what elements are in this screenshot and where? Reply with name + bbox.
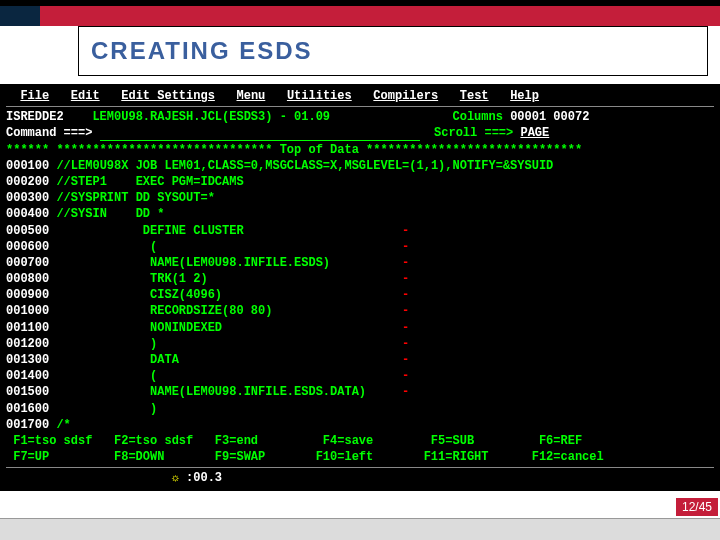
fkey-row-1: F1=tso sdsf F2=tso sdsf F3=end F4=save F… [6,433,714,449]
command-line: Command ===> Scroll ===> PAGE [6,125,714,141]
code-line[interactable]: 001200 ) - [6,336,714,352]
continuation-dash: - [402,353,409,367]
line-text: NAME(LEM0U98.INFILE.ESDS.DATA) [56,385,366,399]
line-number: 001100 [6,321,56,335]
menu-utilities[interactable]: Utilities [287,89,352,103]
continuation-dash: - [402,321,409,335]
command-input[interactable] [100,126,420,141]
line-text: /* [56,418,70,432]
columns-value: 00001 00072 [510,110,589,124]
slide-title-area: CREATING ESDS [78,26,708,76]
code-line[interactable]: 000300 //SYSPRINT DD SYSOUT=* [6,190,714,206]
code-line[interactable]: 000400 //SYSIN DD * [6,206,714,222]
code-line[interactable]: 000800 TRK(1 2) - [6,271,714,287]
line-text: ( [56,240,157,254]
tray-bar [0,518,720,540]
fkey-row-2: F7=UP F8=DOWN F9=SWAP F10=left F11=RIGHT… [6,449,714,465]
command-label: Command ===> [6,126,92,140]
line-text: NAME(LEM0U98.INFILE.ESDS) [56,256,330,270]
continuation-dash: - [402,256,409,270]
bulb-icon: ☼ [172,471,179,485]
menu-edit[interactable]: Edit [71,89,100,103]
line-text: NONINDEXED [56,321,222,335]
line-number: 000200 [6,175,56,189]
line-number: 001600 [6,402,56,416]
editor-body[interactable]: 000100 //LEM0U98X JOB LEM01,CLASS=0,MSGC… [6,158,714,433]
code-line[interactable]: 001400 ( - [6,368,714,384]
line-number: 000800 [6,272,56,286]
dataset-name: LEM0U98.RAJESH.JCL(ESDS3) [92,110,272,124]
line-text: //SYSPRINT DD SYSOUT=* [56,191,214,205]
status-line: ☼ :00.3 [6,470,714,486]
menu-file[interactable]: File [20,89,49,103]
line-number: 000600 [6,240,56,254]
line-number: 000100 [6,159,56,173]
line-number: 001400 [6,369,56,383]
continuation-dash: - [402,272,409,286]
line-number: 000400 [6,207,56,221]
line-number: 000700 [6,256,56,270]
code-line[interactable]: 000100 //LEM0U98X JOB LEM01,CLASS=0,MSGC… [6,158,714,174]
top-of-data: ****** ****************************** To… [6,142,714,158]
slide-title: CREATING ESDS [91,37,695,65]
line-text: DEFINE CLUSTER [56,224,243,238]
code-line[interactable]: 001500 NAME(LEM0U98.INFILE.ESDS.DATA) - [6,384,714,400]
red-accent-bar [0,6,720,26]
continuation-dash: - [402,369,409,383]
line-number: 000900 [6,288,56,302]
ispf-editor-terminal: File Edit Edit_Settings Menu Utilities C… [0,84,720,491]
code-line[interactable]: 001600 ) [6,401,714,417]
line-text: //SYSIN DD * [56,207,164,221]
line-number: 000500 [6,224,56,238]
code-line[interactable]: 000500 DEFINE CLUSTER - [6,223,714,239]
code-line[interactable]: 000700 NAME(LEM0U98.INFILE.ESDS) - [6,255,714,271]
columns-label: Columns [453,110,503,124]
line-text: //STEP1 EXEC PGM=IDCAMS [56,175,243,189]
menubar[interactable]: File Edit Edit_Settings Menu Utilities C… [6,88,714,104]
menu-menu[interactable]: Menu [236,89,265,103]
code-line[interactable]: 000900 CISZ(4096) - [6,287,714,303]
line-number: 001300 [6,353,56,367]
code-line[interactable]: 000600 ( - [6,239,714,255]
scroll-value[interactable]: PAGE [520,126,549,140]
line-text: DATA [56,353,178,367]
continuation-dash: - [402,240,409,254]
line-text: RECORDSIZE(80 80) [56,304,272,318]
continuation-dash: - [402,224,409,238]
menubar-separator [6,106,714,107]
code-line[interactable]: 001000 RECORDSIZE(80 80) - [6,303,714,319]
continuation-dash: - [402,304,409,318]
line-text: ( [56,369,157,383]
line-text: //LEM0U98X JOB LEM01,CLASS=0,MSGCLASS=X,… [56,159,553,173]
scroll-label: Scroll ===> [434,126,513,140]
menu-help[interactable]: Help [510,89,539,103]
code-line[interactable]: 001700 /* [6,417,714,433]
menu-edit-settings[interactable]: Edit_Settings [121,89,215,103]
slide-number: 12/45 [676,498,718,516]
line-number: 001000 [6,304,56,318]
line-text: ) [56,402,157,416]
continuation-dash: - [402,337,409,351]
menu-compilers[interactable]: Compilers [373,89,438,103]
line-text: TRK(1 2) [56,272,207,286]
line-number: 001700 [6,418,56,432]
menu-test[interactable]: Test [460,89,489,103]
line-text: CISZ(4096) [56,288,222,302]
continuation-dash: - [402,385,409,399]
program-id: ISREDDE2 [6,110,64,124]
line-number: 001200 [6,337,56,351]
code-line[interactable]: 001300 DATA - [6,352,714,368]
code-line[interactable]: 001100 NONINDEXED - [6,320,714,336]
line-number: 001500 [6,385,56,399]
line-text: ) [56,337,157,351]
continuation-dash: - [402,288,409,302]
line-number: 000300 [6,191,56,205]
code-line[interactable]: 000200 //STEP1 EXEC PGM=IDCAMS [6,174,714,190]
dataset-line: ISREDDE2 LEM0U98.RAJESH.JCL(ESDS3) - 01.… [6,109,714,125]
bottom-separator [6,467,714,468]
